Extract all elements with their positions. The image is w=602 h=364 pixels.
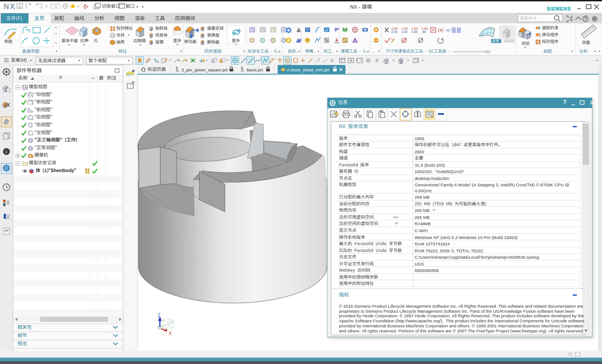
svg-text:{X}: {X} <box>438 28 443 33</box>
svg-text:1.00: 1.00 <box>401 30 408 33</box>
svg-text:2.00: 2.00 <box>391 30 398 33</box>
svg-text:1.00: 1.00 <box>391 27 398 30</box>
svg-text:1.50: 1.50 <box>411 27 418 30</box>
svg-text:.50: .50 <box>421 30 426 33</box>
svg-text:1.00: 1.00 <box>401 27 408 30</box>
svg-text:i: i <box>5 149 7 154</box>
svg-text:1.00: 1.00 <box>421 27 428 30</box>
svg-text:1.50: 1.50 <box>411 30 418 33</box>
svg-text:5: 5 <box>157 60 159 64</box>
svg-text:Z: Z <box>158 313 160 318</box>
svg-text:Y: Y <box>170 321 173 325</box>
svg-text:H7: H7 <box>446 29 450 32</box>
svg-text:X: X <box>169 331 172 336</box>
